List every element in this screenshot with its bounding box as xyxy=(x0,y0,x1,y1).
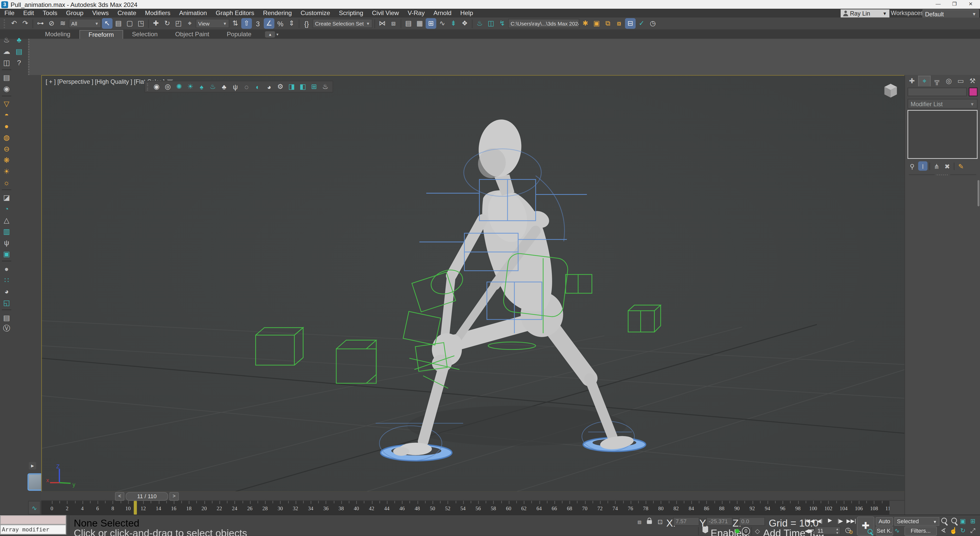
light-icon[interactable]: ✺ xyxy=(174,82,185,91)
use-pivot-center-button[interactable]: ⇅ xyxy=(230,18,241,29)
spinner-snap-button[interactable]: ⇕ xyxy=(286,18,297,29)
selection-lock-icon[interactable] xyxy=(647,520,652,524)
menu-tools[interactable]: Tools xyxy=(38,9,62,18)
next-frame-arrow[interactable]: > xyxy=(170,492,179,501)
maximize-viewport-icon[interactable]: ⤢ xyxy=(968,526,978,535)
displacement-icon[interactable]: △ xyxy=(1,214,12,225)
angle-snap-button[interactable]: ∠ xyxy=(264,18,274,29)
zoom-extents-icon[interactable]: ▣ xyxy=(958,517,967,525)
panel-icon[interactable]: ◨ xyxy=(286,82,297,91)
history-clock-button[interactable]: ◷ xyxy=(648,18,659,29)
current-frame-field[interactable]: 11▲▼ xyxy=(815,526,841,535)
menu-customize[interactable]: Customize xyxy=(296,9,334,18)
vray-about-icon[interactable]: Ⓥ xyxy=(1,323,12,334)
chaos-cloud-icon[interactable]: ☁ xyxy=(1,46,12,56)
split-view-icon[interactable]: ⊞ xyxy=(309,82,320,91)
plane-light-icon[interactable]: ▽ xyxy=(1,98,12,109)
object-name-field[interactable] xyxy=(907,88,967,96)
maximize-button[interactable]: ❐ xyxy=(946,0,963,9)
playhead[interactable] xyxy=(134,501,137,515)
set-key-button[interactable]: Set K. xyxy=(876,526,893,536)
mini-curve-editor-button[interactable]: ∿ xyxy=(28,501,41,515)
mesh-light-icon[interactable]: ◍ xyxy=(1,132,12,143)
next-frame-button[interactable]: |▶ xyxy=(836,517,845,525)
material-converter-icon[interactable]: ∷ xyxy=(1,274,12,285)
cosmos-browser-icon[interactable]: ♣ xyxy=(14,35,24,45)
menu-civil-view[interactable]: Civil View xyxy=(368,9,403,18)
show-end-result-button[interactable]: I xyxy=(918,161,928,171)
light-settings-icon[interactable]: ⚙ xyxy=(275,82,286,91)
palette-icon[interactable]: ◕ xyxy=(264,82,274,91)
select-and-rotate-button[interactable]: ↻ xyxy=(162,18,173,29)
time-slider-handle[interactable]: < 11 / 110 > xyxy=(115,492,179,501)
close-button[interactable]: ✕ xyxy=(963,0,979,9)
rectangular-selection-button[interactable]: ▢ xyxy=(124,18,135,29)
asset-tracking-button[interactable]: ⧉ xyxy=(603,18,613,29)
modifier-list-dropdown[interactable]: Modifier List ▼ xyxy=(907,99,977,109)
play-button[interactable]: ▶ xyxy=(825,516,835,525)
light-lister-icon[interactable]: ▤ xyxy=(1,72,12,83)
redo-button[interactable]: ↷ xyxy=(20,18,31,29)
layer-explorer-button[interactable]: ▦ xyxy=(414,18,425,29)
align-button[interactable]: ⧈ xyxy=(388,18,399,29)
sun-positioner-icon[interactable]: ☼ xyxy=(1,177,12,188)
previous-frame-arrow[interactable]: < xyxy=(115,492,124,501)
render-panel-icon[interactable]: ◧ xyxy=(298,82,308,91)
y-coord-field[interactable]: -25.371 xyxy=(706,517,733,526)
render-production-button[interactable]: ↯ xyxy=(497,18,508,29)
clipper-icon[interactable]: ▥ xyxy=(1,226,12,236)
sun-light-icon[interactable]: ☀ xyxy=(1,166,12,177)
render-history-button[interactable]: ⊟ xyxy=(625,18,636,29)
key-filters-icon[interactable]: ∿ xyxy=(894,527,900,534)
teapot-icon[interactable]: ♨ xyxy=(320,82,331,91)
menu-rendering[interactable]: Rendering xyxy=(259,9,296,18)
field-of-view-icon[interactable]: ∢ xyxy=(939,526,948,535)
scene-explorer-button[interactable]: ▤ xyxy=(403,18,414,29)
maxscript-listener-output[interactable]: Array modifier xyxy=(0,525,66,534)
schematic-view-button[interactable]: ❖ xyxy=(460,18,470,29)
menu-scripting[interactable]: Scripting xyxy=(334,9,368,18)
vray-proxy-icon[interactable]: ◪ xyxy=(1,192,12,203)
hierarchy-panel-tab[interactable]: ╦ xyxy=(931,76,942,86)
menu-modifiers[interactable]: Modifiers xyxy=(141,9,175,18)
check-button[interactable]: ✓ xyxy=(636,18,647,29)
select-and-link-button[interactable]: ⊶ xyxy=(35,18,46,29)
ies-light-icon[interactable]: ❋ xyxy=(1,155,12,165)
edit-named-selections-button[interactable]: {} xyxy=(301,18,312,29)
panel-expand-button[interactable]: ▶ xyxy=(29,462,36,469)
isolate-selection-icon[interactable]: ⧈ xyxy=(638,518,641,526)
vray-log-icon[interactable]: ▤ xyxy=(14,46,24,56)
menu-group[interactable]: Group xyxy=(62,9,88,18)
maxscript-listener-input[interactable] xyxy=(0,515,66,525)
utilities-panel-tab[interactable]: ⚒ xyxy=(967,76,978,86)
menu-help[interactable]: Help xyxy=(456,9,477,18)
physical-camera-icon[interactable]: ◉ xyxy=(1,83,12,94)
go-to-start-button[interactable]: |◀◀ xyxy=(804,517,815,525)
select-by-name-button[interactable]: ▤ xyxy=(113,18,124,29)
panel-scrollbar[interactable] xyxy=(977,180,979,206)
menu-file[interactable]: File xyxy=(0,9,19,18)
rendered-frame-window-button[interactable]: ◫ xyxy=(485,18,496,29)
ribbon-collapse-button[interactable]: ▲ xyxy=(265,31,275,37)
fur-icon[interactable]: ψ xyxy=(1,237,12,248)
create-selection-set-dropdown[interactable]: Create Selection Set▼ xyxy=(312,19,372,28)
make-unique-button[interactable]: ⋔ xyxy=(932,161,942,171)
chevron-down-icon[interactable]: ▾ xyxy=(277,32,278,37)
select-and-move-button[interactable]: ✚ xyxy=(151,18,161,29)
select-and-scale-button[interactable]: ◰ xyxy=(173,18,184,29)
menu-graph-editors[interactable]: Graph Editors xyxy=(212,9,259,18)
render-preset-button[interactable]: ✱ xyxy=(580,18,591,29)
selection-filter-dropdown[interactable]: All▼ xyxy=(69,19,101,28)
time-configuration-button[interactable]: ◷⚙ xyxy=(845,526,851,534)
track-view-button[interactable]: ∿ xyxy=(437,18,447,29)
undo-button[interactable]: ↶ xyxy=(9,18,19,29)
tab-freeform[interactable]: Freeform xyxy=(79,30,123,39)
mxs-count-badge[interactable]: 0 xyxy=(742,527,750,535)
project-folder-dropdown[interactable]: C:\Users\ray\...\3ds Max 2024▼ xyxy=(508,19,579,28)
filters-button[interactable]: Filters... xyxy=(904,526,937,536)
tab-populate[interactable]: Populate xyxy=(218,30,260,39)
tab-modeling[interactable]: Modeling xyxy=(36,30,79,39)
tab-selection[interactable]: Selection xyxy=(123,30,166,39)
forest-icon[interactable]: ♣ xyxy=(219,82,229,91)
x-coord-field[interactable]: 7.57 xyxy=(673,517,700,526)
